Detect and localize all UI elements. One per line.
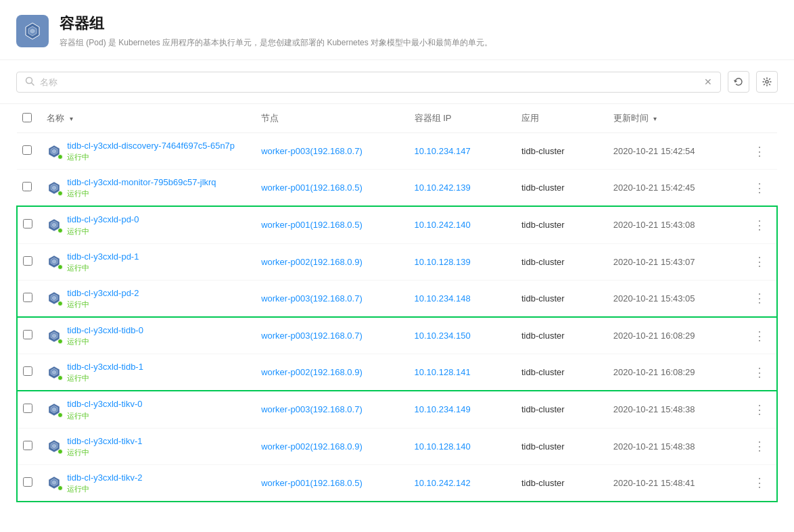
row-checkbox[interactable]: [23, 293, 32, 302]
row-name-cell: tidb-cl-y3cxld-pd-2 运行中: [41, 280, 256, 317]
pod-icon: [47, 439, 62, 454]
row-checkbox[interactable]: [22, 182, 32, 191]
status-dot: [57, 264, 63, 270]
ip-link[interactable]: 10.10.242.140: [415, 220, 471, 230]
row-ip-cell: 10.10.242.142: [409, 464, 516, 502]
row-action-button[interactable]: ⋮: [751, 290, 768, 306]
row-app-cell: tidb-cluster: [516, 391, 608, 428]
pod-status: 运行中: [67, 411, 142, 421]
node-link[interactable]: worker-p001(192.168.0.5): [261, 220, 363, 230]
row-action-button[interactable]: ⋮: [751, 253, 768, 270]
status-dot: [57, 191, 63, 196]
ip-link[interactable]: 10.10.234.147: [415, 146, 471, 156]
updated-time: 2020-10-21 15:42:54: [613, 146, 695, 156]
row-ip-cell: 10.10.128.139: [409, 243, 516, 280]
pod-name-link[interactable]: tidb-cl-y3cxld-tikv-2: [67, 472, 142, 484]
row-action-button[interactable]: ⋮: [751, 364, 768, 381]
row-ip-cell: 10.10.234.150: [409, 317, 516, 354]
row-checkbox[interactable]: [23, 219, 32, 228]
row-action-button[interactable]: ⋮: [751, 475, 768, 491]
header-name[interactable]: 名称 ▾: [41, 104, 256, 133]
node-link[interactable]: worker-p002(192.168.0.9): [261, 441, 363, 452]
pod-name-link[interactable]: tidb-cl-y3cxld-pd-0: [67, 214, 139, 226]
row-checkbox[interactable]: [22, 145, 32, 155]
clear-icon[interactable]: ✕: [704, 76, 712, 87]
row-checkbox-cell: [17, 428, 41, 464]
node-link[interactable]: worker-p003(192.168.0.7): [261, 404, 363, 414]
ip-link[interactable]: 10.10.242.142: [415, 478, 471, 488]
row-checkbox[interactable]: [23, 404, 32, 413]
ip-link[interactable]: 10.10.234.148: [415, 293, 471, 304]
row-app-cell: tidb-cluster: [516, 280, 608, 317]
node-link[interactable]: worker-p002(192.168.0.9): [261, 257, 363, 267]
search-input[interactable]: [40, 77, 704, 87]
status-dot: [57, 375, 63, 381]
node-link[interactable]: worker-p001(192.168.0.5): [261, 183, 363, 193]
app-name: tidb-cluster: [521, 220, 565, 230]
node-link[interactable]: worker-p003(192.168.0.7): [261, 146, 363, 156]
row-checkbox[interactable]: [23, 366, 32, 376]
pod-name-link[interactable]: tidb-cl-y3cxld-monitor-795b69c57-jlkrq: [67, 176, 216, 189]
row-time-cell: 2020-10-21 15:42:54: [608, 133, 746, 170]
row-name-cell: tidb-cl-y3cxld-tidb-1 运行中: [41, 354, 256, 391]
pod-name-link[interactable]: tidb-cl-y3cxld-pd-2: [67, 287, 139, 299]
app-name: tidb-cluster: [521, 404, 565, 414]
row-checkbox-cell: [17, 243, 41, 280]
ip-link[interactable]: 10.10.234.149: [415, 404, 471, 414]
updated-time: 2020-10-21 15:48:38: [613, 404, 695, 414]
svg-marker-14: [53, 223, 56, 227]
select-all-checkbox[interactable]: [22, 113, 32, 122]
pod-name-link[interactable]: tidb-cl-y3cxld-tidb-0: [67, 324, 143, 337]
pod-name-link[interactable]: tidb-cl-y3cxld-tikv-1: [67, 435, 142, 448]
pod-name-link[interactable]: tidb-cl-y3cxld-tidb-1: [67, 361, 143, 373]
node-link[interactable]: worker-p001(192.168.0.5): [261, 478, 363, 488]
header-updated[interactable]: 更新时间 ▾: [608, 104, 746, 133]
header-text: 容器组 容器组 (Pod) 是 Kubernetes 应用程序的基本执行单元，是…: [60, 14, 492, 49]
search-icon: [25, 76, 34, 88]
status-dot: [57, 412, 63, 418]
row-checkbox[interactable]: [23, 256, 32, 266]
row-action-cell: ⋮: [746, 243, 777, 280]
row-node-cell: worker-p003(192.168.0.7): [256, 280, 408, 317]
node-link[interactable]: worker-p002(192.168.0.9): [261, 367, 363, 377]
svg-marker-17: [53, 260, 56, 264]
pod-name-link[interactable]: tidb-cl-y3cxld-discovery-7464f697c5-65n7…: [67, 140, 235, 152]
row-action-button[interactable]: ⋮: [751, 217, 768, 233]
pod-info: tidb-cl-y3cxld-discovery-7464f697c5-65n7…: [67, 140, 235, 162]
settings-button[interactable]: [756, 71, 778, 93]
ip-link[interactable]: 10.10.234.150: [415, 331, 471, 341]
toolbar: ✕: [0, 60, 794, 104]
row-checkbox[interactable]: [23, 330, 32, 339]
node-link[interactable]: worker-p003(192.168.0.7): [261, 331, 363, 341]
svg-marker-26: [53, 370, 56, 374]
svg-marker-23: [53, 334, 56, 338]
status-dot: [57, 301, 63, 306]
row-ip-cell: 10.10.234.147: [409, 133, 516, 170]
row-checkbox[interactable]: [23, 477, 32, 487]
row-action-button[interactable]: ⋮: [751, 180, 768, 196]
ip-link[interactable]: 10.10.128.140: [415, 441, 471, 452]
header-node: 节点: [256, 104, 408, 133]
table-row: tidb-cl-y3cxld-tidb-1 运行中 worker-p002(19…: [17, 354, 777, 391]
row-action-button[interactable]: ⋮: [751, 402, 768, 418]
row-ip-cell: 10.10.234.148: [409, 280, 516, 317]
pod-name-link[interactable]: tidb-cl-y3cxld-pd-1: [67, 251, 139, 263]
row-app-cell: tidb-cluster: [516, 317, 608, 354]
pod-name-link[interactable]: tidb-cl-y3cxld-tikv-0: [67, 398, 142, 410]
row-checkbox[interactable]: [23, 441, 32, 450]
row-action-button[interactable]: ⋮: [751, 438, 768, 454]
row-time-cell: 2020-10-21 15:48:38: [608, 428, 746, 464]
ip-link[interactable]: 10.10.128.141: [415, 367, 471, 377]
pod-info: tidb-cl-y3cxld-tikv-2 运行中: [67, 472, 142, 494]
row-app-cell: tidb-cluster: [516, 354, 608, 391]
refresh-button[interactable]: [728, 71, 749, 93]
row-time-cell: 2020-10-21 15:43:08: [608, 206, 746, 243]
node-link[interactable]: worker-p003(192.168.0.7): [261, 293, 363, 304]
row-ip-cell: 10.10.128.140: [409, 428, 516, 464]
row-name-cell: tidb-cl-y3cxld-discovery-7464f697c5-65n7…: [41, 133, 256, 170]
row-action-button[interactable]: ⋮: [751, 143, 768, 160]
ip-link[interactable]: 10.10.242.139: [415, 183, 471, 193]
app-name: tidb-cluster: [521, 183, 565, 193]
row-action-button[interactable]: ⋮: [751, 328, 768, 344]
ip-link[interactable]: 10.10.128.139: [415, 257, 471, 267]
